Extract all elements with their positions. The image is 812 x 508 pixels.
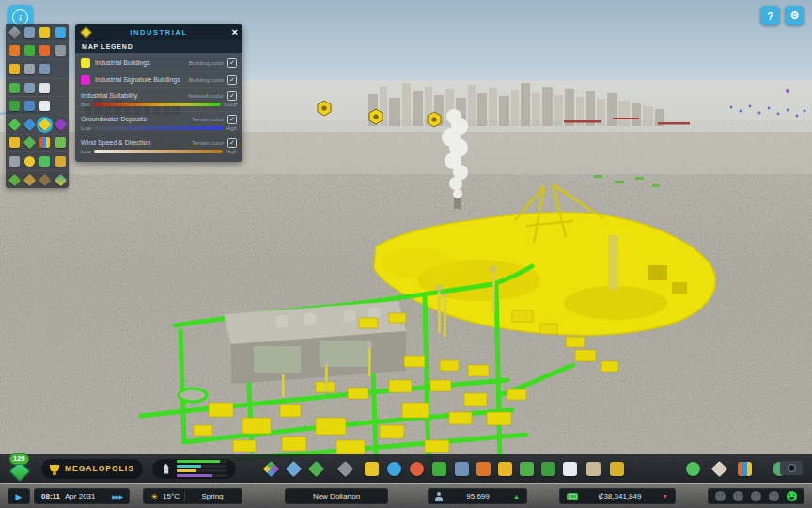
sidebar-row — [6, 134, 69, 152]
season: Spring — [190, 492, 235, 500]
sidebar-item-post[interactable] — [22, 79, 37, 96]
milestone-title-pill[interactable]: MEGALOPOLIS — [41, 459, 143, 479]
sidebar-item-industrial[interactable] — [38, 116, 53, 133]
sidebar-item-ore-resources[interactable] — [38, 171, 53, 188]
game-viewport: i ? ⚙ INDUSTRIAL × MAP LEGEND Industrial… — [0, 0, 812, 508]
money-pill[interactable]: ₡38,341,849 ▼ — [559, 488, 676, 504]
sidebar-item-land-value[interactable] — [53, 152, 68, 169]
clock-time: 08:11 — [41, 492, 60, 500]
transportation-icon — [9, 83, 20, 93]
sidebar-item-fertility[interactable] — [7, 116, 22, 133]
divider — [184, 492, 185, 501]
oil-icon — [54, 173, 67, 186]
tool-vehicle-depot[interactable] — [610, 462, 624, 476]
legend-checkbox[interactable]: ✓ — [227, 91, 237, 101]
tool-roads[interactable] — [337, 460, 353, 476]
tool-statistics[interactable] — [738, 462, 752, 476]
tool-water-sewage[interactable] — [387, 462, 401, 476]
help-button[interactable]: ? — [760, 6, 780, 25]
legend-checkbox[interactable]: ✓ — [227, 58, 237, 68]
legend-checkbox[interactable]: ✓ — [227, 75, 237, 85]
legend-checkbox[interactable]: ✓ — [227, 138, 237, 148]
time-date-pill[interactable]: 08:11 Apr 2031 ▶▶▶ — [34, 488, 130, 504]
happiness-pill[interactable] — [708, 488, 804, 504]
sidebar-item-maintenance[interactable] — [53, 42, 68, 59]
legend-label: Industrial Buildings — [95, 59, 189, 66]
sidebar-item-land-use[interactable] — [22, 135, 37, 151]
resource-marker-icon[interactable] — [318, 101, 331, 116]
tool-healthcare[interactable] — [410, 462, 424, 476]
tool-fire-rescue[interactable] — [476, 462, 491, 476]
telecom-icon — [39, 83, 50, 93]
milestone-title: MEGALOPOLIS — [65, 464, 134, 473]
sidebar-item-fire[interactable] — [38, 42, 53, 59]
sidebar-item-telecom[interactable] — [38, 79, 53, 96]
sidebar-item-fertile-land[interactable] — [22, 171, 37, 188]
tool-city-journal[interactable] — [711, 460, 727, 476]
photo-mode-button[interactable] — [780, 461, 803, 475]
settings-button[interactable]: ⚙ — [785, 6, 804, 25]
tool-economy[interactable] — [686, 462, 700, 476]
factory-building[interactable] — [224, 301, 406, 384]
sidebar-item-oil[interactable] — [53, 171, 68, 188]
tool-landscaping[interactable] — [586, 462, 601, 476]
gradient-low-label: Bad — [81, 102, 90, 107]
sidebar-item-education[interactable] — [38, 60, 53, 77]
zones-icon — [24, 27, 35, 38]
tool-electricity[interactable] — [365, 462, 379, 476]
sidebar-item-water[interactable] — [53, 24, 68, 40]
sidebar-item-garbage[interactable] — [22, 42, 37, 59]
sidebar-item-healthcare[interactable] — [7, 42, 22, 59]
demand-bar-fill — [177, 465, 201, 468]
legend-checkbox[interactable]: ✓ — [227, 115, 237, 124]
sidebar-item-economy[interactable] — [38, 152, 53, 169]
demand-bar-track — [177, 460, 227, 463]
weather-pill[interactable]: ☀ 15°C Spring — [143, 488, 242, 504]
play-pause-button[interactable]: ▶ — [8, 488, 30, 504]
demand-pill[interactable] — [152, 459, 236, 479]
sidebar-item-administration[interactable] — [22, 60, 37, 77]
housing-icon — [9, 137, 20, 148]
water-resources-icon — [23, 118, 37, 131]
sidebar-item-police[interactable] — [7, 60, 22, 77]
ore-resources-icon — [39, 173, 52, 186]
sidebar-item-roads[interactable] — [7, 24, 22, 40]
population-pill[interactable]: 95,699 ▲ — [428, 488, 527, 504]
tool-police[interactable] — [498, 462, 512, 476]
close-icon[interactable]: × — [232, 25, 238, 39]
resource-marker-icon[interactable] — [428, 112, 441, 127]
tool-education[interactable] — [455, 462, 469, 476]
sidebar-item-happiness[interactable] — [22, 152, 37, 169]
tool-garbage[interactable] — [432, 462, 446, 476]
sidebar-item-transportation[interactable] — [7, 79, 22, 96]
tool-zones[interactable] — [263, 460, 279, 476]
sidebar-row — [6, 151, 69, 170]
legend-color-type: Building color — [189, 76, 224, 83]
wind-icon — [39, 101, 50, 111]
sidebar-item-ore[interactable] — [53, 116, 68, 133]
tool-communications[interactable] — [563, 462, 577, 476]
resource-marker-icon[interactable] — [369, 109, 383, 124]
tool-parks-recreation[interactable] — [541, 462, 555, 476]
speed-controls[interactable]: ▶▶▶ — [112, 493, 122, 500]
sidebar-item-tourism[interactable] — [22, 98, 37, 115]
legend-label: Industrial Suitability — [81, 92, 188, 99]
sidebar-item-pollution[interactable] — [53, 135, 68, 151]
sidebar-item-forestry[interactable] — [7, 171, 22, 188]
city-name-pill[interactable]: New Dollarton — [285, 488, 388, 504]
sidebar-item-wind[interactable] — [38, 98, 53, 115]
sidebar-item-statistics[interactable] — [38, 135, 53, 151]
sidebar-row — [6, 41, 69, 60]
sidebar-item-water-resources[interactable] — [22, 116, 37, 133]
legend-panel: INDUSTRIAL × MAP LEGEND Industrial Build… — [75, 24, 242, 162]
sidebar-item-noise[interactable] — [7, 152, 22, 169]
tool-areas[interactable] — [308, 460, 324, 476]
status-bar: ▶ 08:11 Apr 2031 ▶▶▶ ☀ 15°C Spring New D… — [0, 484, 812, 508]
milestone-widget[interactable]: 129 — [8, 456, 34, 481]
tool-signature-buildings[interactable] — [286, 460, 302, 476]
sidebar-item-parks[interactable] — [7, 98, 22, 115]
sidebar-item-electricity[interactable] — [38, 24, 53, 40]
tool-transportation[interactable] — [520, 462, 534, 476]
sidebar-item-zones[interactable] — [22, 24, 37, 40]
sidebar-item-housing[interactable] — [7, 135, 22, 151]
